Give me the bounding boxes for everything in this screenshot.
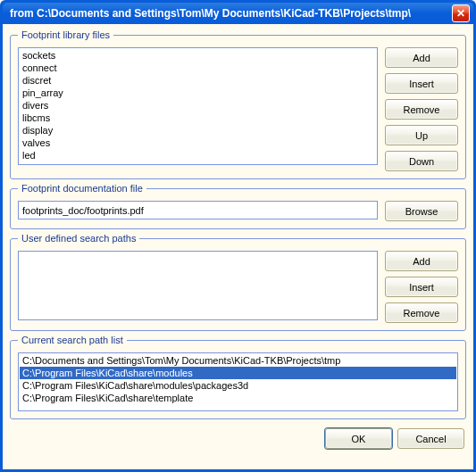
current-paths-listbox[interactable]: C:\Documents and Settings\Tom\My Documen…	[18, 352, 458, 411]
close-button[interactable]: ✕	[452, 4, 470, 22]
library-files-listbox[interactable]: socketsconnectdiscretpin_arraydiverslibc…	[18, 47, 378, 165]
up-button[interactable]: Up	[385, 125, 458, 145]
add-button[interactable]: Add	[385, 251, 458, 271]
window-title: from C:\Documents and Settings\Tom\My Do…	[10, 7, 452, 20]
list-item[interactable]: connect	[20, 62, 376, 74]
group-legend: User defined search paths	[18, 233, 139, 244]
list-item[interactable]: discret	[20, 74, 376, 87]
footprint-library-files-group: Footprint library files socketsconnectdi…	[10, 29, 466, 179]
dialog-window: from C:\Documents and Settings\Tom\My Do…	[0, 0, 476, 472]
list-item[interactable]: led	[20, 149, 376, 161]
remove-button[interactable]: Remove	[385, 99, 458, 120]
footprint-documentation-group: Footprint documentation file Browse	[10, 183, 466, 229]
list-item[interactable]: valves	[20, 137, 376, 149]
list-item[interactable]: dip_sockets	[20, 161, 376, 165]
list-item[interactable]: display	[20, 124, 376, 137]
close-icon: ✕	[456, 7, 465, 20]
documentation-path-input[interactable]	[18, 201, 378, 219]
list-item[interactable]: C:\Documents and Settings\Tom\My Documen…	[20, 354, 456, 367]
user-search-paths-group: User defined search paths Add Insert Rem…	[10, 233, 466, 331]
insert-button[interactable]: Insert	[385, 277, 458, 297]
add-button[interactable]: Add	[385, 47, 458, 68]
list-item[interactable]: C:\Program Files\KiCad\share\template	[20, 392, 456, 404]
list-item[interactable]: C:\Program Files\KiCad\share\modules	[20, 367, 456, 379]
down-button[interactable]: Down	[385, 151, 458, 171]
list-item[interactable]: sockets	[20, 49, 376, 62]
group-legend: Footprint library files	[18, 29, 113, 40]
client-area: Footprint library files socketsconnectdi…	[3, 24, 473, 469]
list-item[interactable]: pin_array	[20, 87, 376, 99]
list-item[interactable]: libcms	[20, 112, 376, 124]
browse-button[interactable]: Browse	[385, 201, 458, 221]
current-search-paths-group: Current search path list C:\Documents an…	[10, 335, 466, 419]
ok-button[interactable]: OK	[325, 428, 392, 449]
dialog-buttons: OK Cancel	[10, 423, 466, 449]
list-item[interactable]: C:\Program Files\KiCad\share\modules\pac…	[20, 379, 456, 392]
titlebar[interactable]: from C:\Documents and Settings\Tom\My Do…	[3, 3, 473, 24]
group-legend: Footprint documentation file	[18, 183, 146, 194]
list-item[interactable]: divers	[20, 99, 376, 112]
cancel-button[interactable]: Cancel	[397, 428, 464, 449]
remove-button[interactable]: Remove	[385, 302, 458, 323]
group-legend: Current search path list	[18, 335, 127, 345]
insert-button[interactable]: Insert	[385, 73, 458, 94]
user-paths-listbox[interactable]	[18, 251, 378, 320]
